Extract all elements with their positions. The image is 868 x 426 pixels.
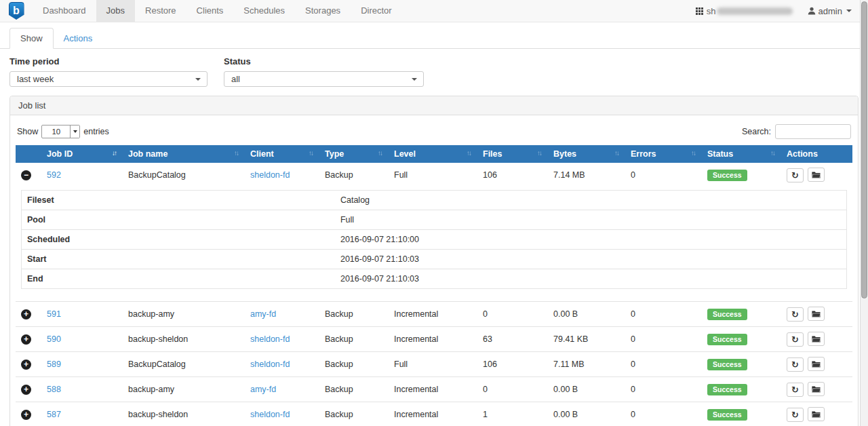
client-link[interactable]: sheldon-fd	[250, 334, 290, 344]
nav-item-restore[interactable]: Restore	[135, 0, 186, 22]
job-level-cell: Incremental	[389, 327, 477, 352]
sort-icon: ↑↓	[234, 149, 239, 157]
browse-files-button[interactable]	[808, 407, 825, 421]
time-period-label: Time period	[9, 56, 208, 66]
client-link[interactable]: amy-fd	[250, 309, 276, 319]
job-id-link[interactable]: 588	[47, 385, 61, 394]
browse-files-button[interactable]	[808, 168, 825, 182]
folder-icon	[812, 360, 821, 368]
job-id-link[interactable]: 592	[47, 170, 61, 180]
panel-body: Show 10 entries Search:	[10, 115, 858, 426]
table-row: − 592 BackupCatalog sheldon-fd Backup Fu…	[16, 163, 852, 187]
col-files[interactable]: Files↑↓	[477, 145, 548, 163]
col-status[interactable]: Status↑↓	[702, 145, 781, 163]
status-select[interactable]: all	[224, 71, 424, 87]
detail-label: Start	[22, 250, 335, 269]
nav-item-clients[interactable]: Clients	[186, 0, 234, 22]
rerun-icon: ↻	[791, 410, 799, 419]
job-files-cell: 1	[477, 402, 548, 426]
expand-row-icon[interactable]: +	[21, 385, 31, 395]
time-period-select[interactable]: last week	[9, 71, 208, 87]
status-badge: Success	[707, 334, 747, 345]
detail-value: 2016-09-07 21:10:00	[335, 230, 847, 250]
nav-item-jobs[interactable]: Jobs	[96, 0, 135, 22]
app-logo[interactable]: b	[0, 0, 33, 22]
nav-item-storages[interactable]: Storages	[295, 0, 351, 22]
browse-files-button[interactable]	[808, 307, 825, 321]
rerun-job-button[interactable]: ↻	[787, 357, 804, 372]
col-job-name[interactable]: Job name↑↓	[123, 145, 245, 163]
entries-select[interactable]: 10	[41, 125, 80, 138]
job-detail-table: Fileset Catalog Pool Full Scheduled 2016…	[21, 190, 847, 289]
job-id-link[interactable]: 590	[47, 334, 61, 344]
main-menu: Dashboard Jobs Restore Clients Schedules…	[33, 0, 402, 22]
folder-icon	[812, 385, 821, 393]
top-navbar: b Dashboard Jobs Restore Clients Schedul…	[0, 0, 868, 22]
browse-files-button[interactable]	[808, 382, 825, 396]
col-bytes[interactable]: Bytes↑↓	[548, 145, 625, 163]
rerun-job-button[interactable]: ↻	[787, 332, 804, 347]
job-files-cell: 0	[477, 377, 548, 402]
expand-row-icon[interactable]: −	[21, 170, 31, 180]
rerun-job-button[interactable]: ↻	[787, 408, 804, 422]
tab-actions[interactable]: Actions	[54, 28, 103, 48]
nav-item-dashboard[interactable]: Dashboard	[33, 0, 96, 22]
rerun-job-button[interactable]: ↻	[787, 307, 804, 322]
client-link[interactable]: sheldon-fd	[250, 410, 290, 419]
job-type-cell: Backup	[319, 352, 389, 377]
job-id-link[interactable]: 589	[47, 360, 61, 369]
vertical-scrollbar	[860, 0, 868, 426]
table-row: + 588 backup-amy amy-fd Backup Increment…	[16, 377, 852, 402]
job-errors-cell: 0	[625, 163, 702, 187]
expand-row-icon[interactable]: +	[21, 360, 31, 370]
nav-item-schedules[interactable]: Schedules	[233, 0, 295, 22]
expand-row-icon[interactable]: +	[21, 410, 31, 420]
scrollbar-thumb[interactable]	[861, 1, 867, 298]
expand-row-icon[interactable]: +	[21, 309, 31, 320]
expand-row-icon[interactable]: +	[21, 334, 31, 345]
time-period-value: last week	[17, 74, 54, 84]
folder-icon	[812, 335, 821, 343]
rerun-icon: ↻	[791, 310, 799, 319]
job-name-cell: backup-amy	[123, 377, 245, 402]
detail-value[interactable]: Full	[335, 210, 847, 230]
col-job-id[interactable]: Job ID↓↑	[41, 145, 123, 163]
detail-label: End	[22, 269, 335, 289]
rerun-icon: ↻	[791, 360, 799, 369]
client-link[interactable]: sheldon-fd	[250, 360, 290, 369]
job-id-link[interactable]: 591	[47, 309, 61, 319]
job-name-cell: BackupCatalog	[123, 352, 245, 377]
col-level[interactable]: Level↑↓	[389, 145, 477, 163]
detail-value[interactable]: Catalog	[335, 191, 847, 210]
navbar-right: sh admin	[696, 0, 868, 22]
client-link[interactable]: amy-fd	[250, 385, 276, 394]
host-indicator: sh	[696, 6, 793, 16]
job-errors-cell: 0	[625, 377, 702, 402]
user-menu[interactable]: admin	[808, 6, 852, 16]
browse-files-button[interactable]	[808, 332, 825, 346]
detail-row: Fileset Catalog	[22, 191, 847, 210]
browse-files-button[interactable]	[808, 357, 825, 371]
job-level-cell: Incremental	[389, 377, 477, 402]
job-id-link[interactable]: 587	[47, 410, 61, 419]
nav-item-director[interactable]: Director	[351, 0, 402, 22]
expanded-job-details: Fileset Catalog Pool Full Scheduled 2016…	[16, 187, 852, 302]
job-list-panel: Job list Show 10 entries Search:	[9, 96, 859, 426]
chevron-down-icon	[73, 130, 77, 133]
rerun-job-button[interactable]: ↻	[787, 168, 804, 182]
detail-row: End 2016-09-07 21:10:03	[22, 269, 847, 289]
tab-show[interactable]: Show	[9, 28, 54, 49]
job-errors-cell: 0	[625, 402, 702, 426]
bacula-shield-icon: b	[9, 2, 24, 20]
host-name-prefix: sh	[707, 6, 716, 16]
rerun-job-button[interactable]: ↻	[787, 383, 804, 397]
status-value: all	[231, 74, 240, 84]
job-files-cell: 0	[477, 302, 548, 327]
search-input[interactable]	[775, 124, 851, 139]
col-errors[interactable]: Errors↑↓	[625, 145, 702, 163]
client-link[interactable]: sheldon-fd	[250, 170, 290, 180]
job-bytes-cell: 0.00 B	[548, 402, 625, 426]
col-client[interactable]: Client↑↓	[245, 145, 319, 163]
col-type[interactable]: Type↑↓	[319, 145, 389, 163]
table-row: + 589 BackupCatalog sheldon-fd Backup Fu…	[16, 352, 852, 377]
